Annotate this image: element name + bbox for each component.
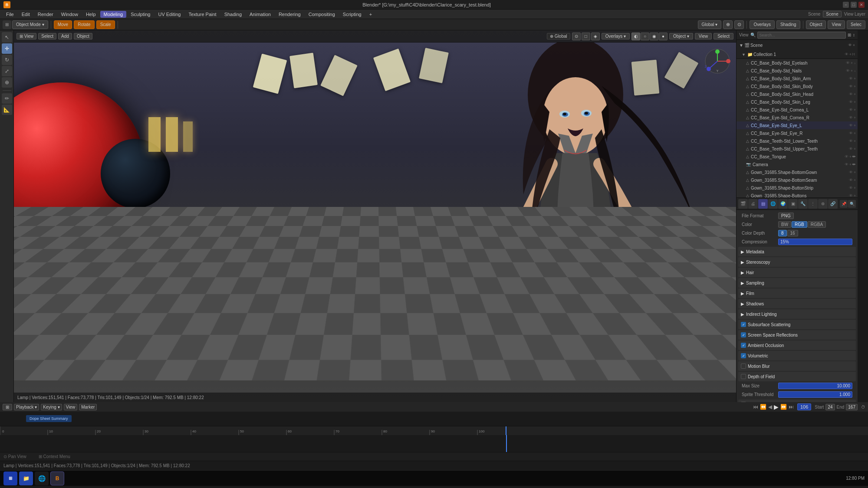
sss-toggle[interactable]: ✓ (741, 322, 746, 327)
prop-pin[interactable]: 📌 (840, 200, 848, 208)
viewport-control-2[interactable]: □ (582, 33, 590, 40)
outliner-search[interactable]: Search... (757, 32, 846, 39)
keying-btn[interactable]: Keying ▾ (41, 404, 62, 410)
menu-uv-editing[interactable]: UV Editing (155, 11, 184, 18)
shading-rendered[interactable]: ● (659, 33, 667, 40)
outliner-item-3[interactable]: △ CC_Base_Body-Std_Skin_Body 👁⌖ (736, 82, 858, 90)
ao-header[interactable]: ✓ Ambient Occlusion (738, 341, 856, 350)
outliner-item-6[interactable]: △ CC_Base_Eye-Std_Cornea_L 👁⌖ (736, 106, 858, 114)
outliner-item-2[interactable]: △ CC_Base_Body-Std_Skin_Arm 👁⌖ (736, 75, 858, 82)
timeline-ruler[interactable]: 0 10 20 30 40 50 60 70 80 (0, 426, 868, 435)
mode-selector[interactable]: Object Mode ▾ (12, 20, 48, 29)
play-reverse[interactable]: ◀ (768, 404, 772, 410)
viewport-control-3[interactable]: ◈ (591, 33, 600, 40)
menu-render[interactable]: Render (34, 11, 57, 18)
menu-modeling[interactable]: Modeling (100, 11, 127, 18)
viewport-control-1[interactable]: ⊙ (572, 33, 581, 40)
step-forward[interactable]: ⏩ (780, 404, 787, 410)
outliner-item-0[interactable]: △ CC_Base_Body-Std_Eyelash 👁 ⌖ ⬦ (736, 59, 858, 67)
menu-sculpting[interactable]: Sculpting (127, 11, 154, 18)
color-rgba[interactable]: RGBA (808, 221, 826, 228)
nav-gizmo[interactable]: Y X Z (702, 46, 733, 76)
select-button[interactable]: Selec (847, 20, 865, 29)
outliner-item-11[interactable]: △ CC_Base_Teeth-Std_Upper_Teeth 👁⌖ (736, 145, 858, 153)
scene-caret[interactable]: ▼ (739, 43, 743, 48)
view3-btn[interactable]: View (695, 33, 712, 39)
viewport-canvas[interactable]: Y X Z (14, 30, 736, 402)
end-frame[interactable]: 167 (846, 404, 858, 410)
tool-cursor[interactable]: ↖ (2, 32, 12, 43)
outliner-item-7[interactable]: △ CC_Base_Eye-Std_Cornea_R 👁⌖ (736, 114, 858, 121)
tool-measure[interactable]: 📐 (2, 105, 12, 115)
overlays-button[interactable]: Overlays (750, 20, 774, 29)
item-cam-0[interactable]: ⌖ (851, 61, 853, 66)
outliner-search-icon[interactable]: 🔍 (750, 33, 756, 37)
playback-btn[interactable]: Playback ▾ (14, 404, 39, 410)
start-frame[interactable]: 24 (825, 404, 835, 410)
shading-button[interactable]: Shading (776, 20, 800, 29)
marker-btn[interactable]: Marker (79, 404, 97, 410)
menu-help[interactable]: Help (82, 11, 99, 18)
color-rgb[interactable]: RGB (792, 221, 807, 228)
sprite-value[interactable]: 1.000 (778, 391, 852, 398)
shadows-header[interactable]: ▶ Shadows (738, 299, 856, 308)
dopesheet-view-btn[interactable]: ⊞ (3, 404, 12, 410)
object-btn[interactable]: Object ▾ (669, 33, 693, 39)
tool-scale[interactable]: ⤢ (2, 66, 12, 76)
coll-cam[interactable]: ⌖ (849, 52, 852, 57)
current-frame[interactable]: 106 (797, 403, 811, 410)
maximize-button[interactable]: □ (851, 2, 857, 8)
volumetric-header[interactable]: ✓ Volumetric (738, 351, 856, 360)
film-header[interactable]: ▶ Film (738, 288, 856, 298)
menu-edit[interactable]: Edit (18, 11, 33, 18)
outliner-item-13[interactable]: 📷 Camera 👁⌖✏ (736, 160, 858, 168)
rotate-button[interactable]: Rotate (74, 20, 94, 29)
outliner-item-5[interactable]: △ CC_Base_Body-Std_Skin_Leg 👁⌖ (736, 98, 858, 106)
menu-compositing[interactable]: Compositing (305, 11, 339, 18)
menu-animation[interactable]: Animation (246, 11, 274, 18)
compression-value[interactable]: 15% (778, 239, 852, 245)
scale-button[interactable]: Scale (96, 20, 115, 29)
prop-tab-particles[interactable]: ⋮ (808, 199, 818, 209)
scene-selector[interactable]: Scene (823, 11, 841, 17)
prop-tab-render[interactable]: 🎬 (738, 199, 748, 209)
outliner-item-9[interactable]: △ CC_Base_Eye-Std_Eye_R 👁⌖ (736, 129, 858, 137)
file-format-value[interactable]: PNG (778, 213, 794, 219)
volumetric-toggle[interactable]: ✓ (741, 353, 746, 358)
shading-material[interactable]: ◉ (650, 33, 658, 40)
global-selector[interactable]: Global ▾ (698, 20, 722, 29)
outliner-item-10[interactable]: △ CC_Base_Teeth-Std_Lower_Teeth 👁⌖ (736, 137, 858, 145)
viewport-add-btn[interactable]: Add (58, 33, 72, 39)
hair-header[interactable]: ▶ Hair (738, 268, 856, 277)
stereoscopy-header[interactable]: ▶ Stereoscopy (738, 257, 856, 267)
menu-texture-paint[interactable]: Texture Paint (185, 11, 220, 18)
overlays-btn[interactable]: Overlays ▾ (602, 33, 630, 39)
prop-tab-scene[interactable]: 🌐 (768, 199, 778, 209)
tool-annotate[interactable]: ✏ (2, 93, 12, 104)
taskbar-browser[interactable]: 🌐 (35, 472, 49, 485)
prop-search[interactable]: 🔍 (848, 200, 856, 208)
outliner-filter[interactable]: ⊞ (848, 33, 851, 37)
scene-eye[interactable]: 👁 (848, 43, 852, 48)
tool-move[interactable]: ✛ (2, 43, 12, 54)
timeline-track-area[interactable] (0, 435, 868, 452)
prop-tab-physics[interactable]: ⊛ (818, 199, 828, 209)
sampling-header[interactable]: ▶ Sampling (738, 278, 856, 288)
outliner-item-14[interactable]: △ Gown_31685.Shape-BottomGown 👁⌖ (736, 168, 858, 176)
prop-tab-modifier[interactable]: 🔧 (798, 199, 808, 209)
select3-btn[interactable]: Select (713, 33, 733, 39)
close-button[interactable]: ✕ (858, 2, 865, 8)
item-hide-0[interactable]: ⬦ (854, 61, 856, 66)
menu-add-workspace[interactable]: + (366, 11, 375, 18)
viewport-object-btn[interactable]: Object (74, 33, 92, 39)
taskbar-file-explorer[interactable]: 📁 (19, 472, 33, 485)
minimize-button[interactable]: − (843, 2, 849, 8)
shading-solid[interactable]: ◐ (631, 33, 640, 40)
outliner-item-16[interactable]: △ Gown_31685.Shape-ButtonStrip 👁⌖ (736, 184, 858, 192)
step-back[interactable]: ⏪ (760, 404, 766, 410)
dopesheet-track[interactable]: Dope Sheet Summary (0, 412, 868, 426)
outliner-item-1[interactable]: △ CC_Base_Body-Std_Nails 👁⌖⬦ (736, 67, 858, 75)
scene-camera[interactable]: ⌖ (853, 43, 855, 48)
dof-toggle[interactable] (741, 374, 746, 379)
outliner-item-8[interactable]: △ CC_Base_Eye-Std_Eye_L 👁⌖ (736, 121, 858, 129)
